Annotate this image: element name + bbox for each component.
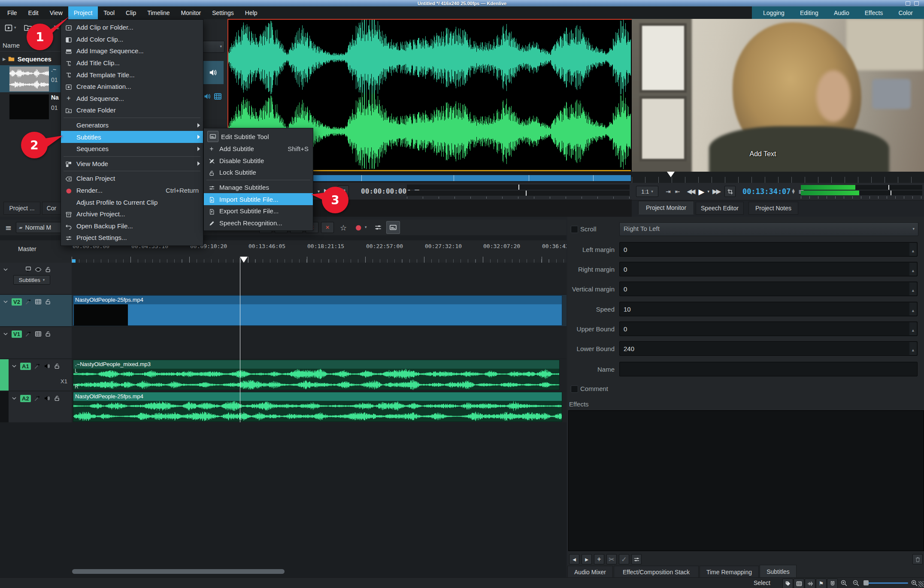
zoom-in-icon[interactable] (911, 579, 918, 587)
play-icon[interactable]: ▶ (697, 187, 707, 196)
mixer-toggle-icon[interactable] (374, 224, 382, 231)
scroll-dropdown[interactable]: Right To Left ▾ (619, 222, 918, 236)
menu-item-open-backup[interactable]: Open Backup File... (61, 220, 203, 232)
timeline-hscrollbar[interactable] (72, 569, 285, 574)
field-left-margin[interactable]: 0▲▼ (619, 242, 918, 257)
video-frame[interactable]: Add Text (632, 19, 924, 172)
timeline-playhead-head[interactable] (240, 257, 248, 263)
mute-icon[interactable] (44, 363, 51, 370)
effects-wand-icon[interactable] (25, 330, 32, 337)
effects-wand-icon[interactable] (34, 363, 41, 370)
spinner[interactable]: ▲▼ (909, 303, 917, 315)
timeline-zone-marker[interactable] (72, 259, 76, 263)
menu-item-adjust-profile[interactable]: Adjust Profile to Current Clip (61, 196, 203, 208)
menu-tool[interactable]: Tool (98, 6, 120, 19)
zone-icon[interactable] (724, 186, 736, 197)
lock-icon[interactable] (54, 395, 61, 402)
tab-project-monitor[interactable]: Project Monitor (638, 201, 694, 215)
workspace-editing[interactable]: Editing (800, 9, 818, 16)
tab-audio-mixer[interactable]: Audio Mixer (567, 566, 613, 578)
menu-help[interactable]: Help (239, 6, 263, 19)
workspace-effects[interactable]: Effects (865, 9, 883, 16)
project-monitor-ruler[interactable] (632, 172, 924, 183)
stream-dropdown[interactable]: ▾ (203, 41, 224, 53)
zoom-slider[interactable] (863, 582, 908, 584)
show-markers-button[interactable] (782, 579, 793, 588)
tab-subtitles[interactable]: Subtitles (760, 565, 797, 578)
workspace-audio[interactable]: Audio (834, 9, 849, 16)
subtitle-icon[interactable] (25, 266, 32, 273)
menu-item-edit-subtitle-tool[interactable]: Edit Subtitle Tool (204, 130, 313, 143)
field-name[interactable] (619, 362, 918, 376)
play-menu-caret-icon[interactable]: ▾ (706, 189, 710, 194)
menu-item-add-color-clip[interactable]: Add Color Clip... (61, 33, 203, 45)
tab-compositions[interactable]: Cor (42, 202, 61, 215)
prev-keyframe-button[interactable]: ◀ (569, 554, 579, 564)
hide-video-icon[interactable] (35, 298, 42, 305)
timeline-clip-a1[interactable]: .~NastyOldPeople_mixed.mp3 L R (73, 360, 560, 390)
master-button[interactable]: Master (18, 246, 36, 252)
scroll-checkbox[interactable] (571, 226, 578, 233)
track-lane-v2[interactable]: NastyOldPeople-25fps.mp4 (72, 295, 567, 326)
tab-effect-composition-stack[interactable]: Effect/Composition Stack (614, 566, 699, 578)
timeline-menu-icon[interactable]: ≡ (5, 223, 12, 232)
spinner[interactable]: ▲▼ (909, 282, 917, 295)
snap-button[interactable] (827, 579, 838, 588)
field-right-margin[interactable]: 0▲▼ (619, 262, 918, 276)
zone-in-icon[interactable]: ⇥ (663, 188, 673, 195)
menu-item-add-image-sequence[interactable]: Add Image Sequence... (61, 45, 203, 57)
collapse-icon[interactable] (11, 395, 17, 401)
subtitle-tool-button[interactable] (386, 221, 400, 234)
maximize-button[interactable] (906, 1, 910, 6)
show-video-thumbs-button[interactable] (794, 579, 804, 588)
menu-item-sequences[interactable]: Sequences (61, 143, 203, 155)
track-badge-a2[interactable]: A2 (20, 395, 31, 402)
track-lane-v1[interactable] (72, 327, 567, 358)
add-button[interactable]: + (594, 554, 604, 564)
collapse-icon[interactable] (11, 363, 17, 369)
menu-item-import-subtitle-file[interactable]: Import Subtitle File... (204, 193, 313, 205)
menu-item-add-template-title[interactable]: Add Template Title... (61, 69, 203, 81)
zoom-level-dropdown[interactable]: 1:1▾ (636, 186, 658, 197)
show-audio-thumbs-button[interactable] (805, 579, 815, 588)
favorite-effects-icon[interactable]: ☆ (340, 223, 347, 232)
field-speed[interactable]: 10▲▼ (619, 302, 918, 316)
effects-wand-icon[interactable] (25, 298, 32, 305)
menu-timeline[interactable]: Timeline (142, 6, 175, 19)
menu-item-create-animation[interactable]: Create Animation... (61, 81, 203, 93)
menu-item-add-title-clip[interactable]: Add Title Clip... (61, 57, 203, 69)
menu-item-add-subtitle[interactable]: +Add SubtitleShift+S (204, 143, 313, 155)
forward-icon[interactable]: ▶▶ (710, 188, 722, 195)
monitor-overlay-text[interactable]: Add Text (632, 150, 894, 158)
timeline-clip-a2[interactable]: NastyOldPeople-25fps.mp4 (73, 392, 562, 422)
hide-video-icon[interactable] (35, 330, 42, 337)
project-monitor-timecode[interactable]: 00:13:34:07 (742, 187, 791, 196)
menu-item-manage-subtitles[interactable]: Manage Subtitles (204, 182, 313, 194)
workspace-logging[interactable]: Logging (763, 9, 785, 16)
subtitle-track-lane[interactable] (72, 263, 567, 294)
rewind-icon[interactable]: ◀◀ (685, 188, 696, 195)
apply-button[interactable]: ✓ (619, 554, 629, 564)
track-head-v1[interactable]: V1 (0, 327, 72, 358)
menu-item-add-clip-or-folder[interactable]: Add Clip or Folder... (61, 21, 203, 33)
show-comments-button[interactable]: ⚑ (816, 579, 827, 588)
lift-zone-button[interactable]: ✕ (321, 222, 334, 233)
track-head-a2[interactable]: A2 (9, 391, 72, 422)
record-icon[interactable]: ● (355, 223, 361, 231)
menu-item-generators[interactable]: Generators (61, 119, 203, 131)
options-button[interactable] (631, 554, 642, 564)
collapse-icon[interactable] (3, 331, 9, 337)
timeline-clip-v2[interactable]: NastyOldPeople-25fps.mp4 (73, 295, 562, 326)
show-subtitle-eye-icon[interactable] (35, 266, 42, 273)
add-clip-caret-icon[interactable]: ▾ (14, 25, 16, 30)
lock-icon[interactable] (54, 363, 61, 370)
monitor-playhead[interactable] (667, 172, 675, 177)
expander-icon[interactable]: ▶ (3, 57, 6, 61)
titlebar[interactable]: Untitled */ 416x240 25.00fps — Kdenlive (0, 0, 924, 6)
tab-project-notes[interactable]: Project Notes (748, 202, 798, 215)
menu-item-create-folder[interactable]: Create Folder (61, 104, 203, 116)
spinner[interactable]: ▲▼ (909, 263, 917, 276)
menu-clip[interactable]: Clip (120, 6, 142, 19)
menu-item-render[interactable]: ●Render...Ctrl+Return (61, 185, 203, 197)
mute-icon[interactable] (44, 395, 51, 402)
